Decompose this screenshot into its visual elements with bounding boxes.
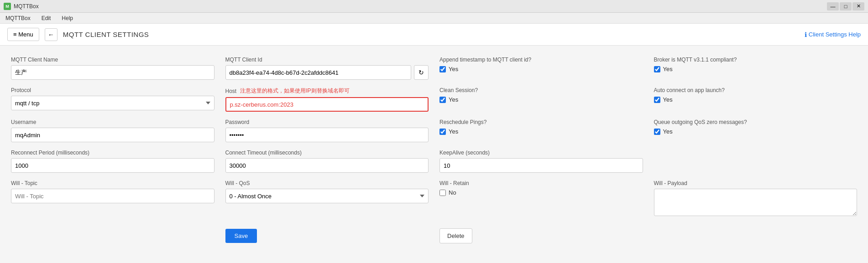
host-input[interactable] — [225, 97, 429, 112]
info-icon: ℹ — [805, 31, 807, 38]
clean-session-checkbox-row: Yes — [439, 96, 643, 103]
auto-connect-label: Auto connect on app launch? — [654, 87, 858, 93]
minimize-button[interactable]: — — [827, 2, 839, 10]
keepalive-label: KeepAlive (seconds) — [439, 150, 643, 156]
protocol-group: Protocol mqtt / tcp ws wss mqtts — [11, 87, 214, 112]
menu-mqttbox[interactable]: MQTTBox — [4, 14, 32, 22]
title-bar-text: MQTTBox — [14, 3, 827, 10]
client-name-group: MQTT Client Name — [11, 57, 214, 80]
broker-compliant-checkbox-row: Yes — [654, 66, 858, 72]
reconnect-period-label: Reconnect Period (milliseconds) — [11, 150, 214, 156]
window-controls: — □ ✕ — [827, 2, 864, 10]
will-retain-checkbox-row: No — [439, 189, 643, 196]
auto-connect-group: Auto connect on app launch? Yes — [654, 87, 858, 112]
client-name-input[interactable] — [11, 65, 214, 80]
menu-button[interactable]: ≡ Menu — [7, 28, 39, 41]
reschedule-pings-checkbox[interactable] — [439, 129, 446, 135]
maximize-button[interactable]: □ — [840, 2, 852, 10]
host-annotation: 注意这里的格式，如果使用IP则替换域名即可 — [240, 87, 349, 95]
username-label: Username — [11, 119, 214, 125]
clean-session-label: Clean Session? — [439, 87, 643, 93]
will-retain-no-label[interactable]: No — [449, 189, 456, 196]
auto-connect-checkbox[interactable] — [654, 97, 660, 103]
client-name-label: MQTT Client Name — [11, 57, 214, 63]
will-retain-group: Will - Retain No — [439, 180, 643, 217]
queue-outgoing-checkbox[interactable] — [654, 129, 660, 135]
delete-button[interactable]: Delete — [439, 228, 472, 243]
menu-bar: MQTTBox Edit Help — [0, 13, 868, 24]
reconnect-period-group: Reconnect Period (milliseconds) — [11, 150, 214, 173]
will-retain-label: Will - Retain — [439, 180, 643, 186]
will-payload-group: Will - Payload — [654, 180, 858, 217]
footer-actions: Save — [225, 228, 429, 243]
broker-compliant-checkbox[interactable] — [654, 66, 660, 72]
connect-timeout-label: Connect Timeout (milliseconds) — [225, 150, 429, 156]
queue-outgoing-label: Queue outgoing QoS zero messages? — [654, 119, 858, 125]
refresh-client-id-button[interactable]: ↻ — [414, 65, 429, 80]
keepalive-group: KeepAlive (seconds) — [439, 150, 643, 173]
protocol-label: Protocol — [11, 87, 214, 93]
main-content: MQTT Client Name MQTT Client Id ↻ Append… — [0, 46, 868, 251]
will-topic-input[interactable] — [11, 189, 214, 203]
empty-col-4 — [654, 150, 858, 173]
host-label: Host — [225, 88, 237, 94]
will-qos-group: Will - QoS 0 - Almost Once 1 - At Least … — [225, 180, 429, 217]
password-label: Password — [225, 119, 429, 125]
queue-outgoing-yes-label[interactable]: Yes — [663, 128, 673, 135]
will-payload-label: Will - Payload — [654, 180, 858, 186]
page-title: MQTT CLIENT SETTINGS — [63, 31, 149, 38]
back-button[interactable]: ← — [45, 28, 58, 41]
will-topic-label: Will - Topic — [11, 180, 214, 186]
will-topic-group: Will - Topic — [11, 180, 214, 217]
connect-timeout-input[interactable] — [225, 158, 429, 173]
will-qos-select[interactable]: 0 - Almost Once 1 - At Least Once 2 - Ex… — [225, 189, 429, 203]
menu-help[interactable]: Help — [60, 14, 75, 22]
will-qos-label: Will - QoS — [225, 180, 429, 186]
will-payload-input[interactable] — [654, 189, 858, 216]
app-icon: M — [4, 3, 11, 10]
reschedule-pings-label: Reschedule Pings? — [439, 119, 643, 125]
username-input[interactable] — [11, 128, 214, 142]
client-id-group: MQTT Client Id ↻ — [225, 57, 429, 80]
menu-edit[interactable]: Edit — [40, 14, 53, 22]
footer-row: Save Delete — [11, 228, 857, 243]
host-label-row: Host 注意这里的格式，如果使用IP则替换域名即可 — [225, 87, 429, 95]
row-3: Username Password Reschedule Pings? Yes … — [11, 119, 857, 150]
client-id-input[interactable] — [225, 65, 412, 80]
row-4: Reconnect Period (milliseconds) Connect … — [11, 150, 857, 180]
queue-outgoing-checkbox-row: Yes — [654, 128, 858, 135]
broker-compliant-label: Broker is MQTT v3.1.1 compliant? — [654, 57, 858, 63]
protocol-select[interactable]: mqtt / tcp ws wss mqtts — [11, 96, 214, 110]
username-group: Username — [11, 119, 214, 142]
append-timestamp-label: Append timestamp to MQTT client id? — [439, 57, 643, 63]
password-group: Password — [225, 119, 429, 142]
will-retain-checkbox[interactable] — [439, 190, 446, 196]
client-id-label: MQTT Client Id — [225, 57, 429, 63]
reschedule-pings-yes-label[interactable]: Yes — [449, 128, 458, 135]
reconnect-period-input[interactable] — [11, 158, 214, 173]
connect-timeout-group: Connect Timeout (milliseconds) — [225, 150, 429, 173]
keepalive-input[interactable] — [439, 158, 643, 173]
broker-compliant-group: Broker is MQTT v3.1.1 compliant? Yes — [654, 57, 858, 80]
append-timestamp-group: Append timestamp to MQTT client id? Yes — [439, 57, 643, 80]
auto-connect-yes-label[interactable]: Yes — [663, 96, 673, 103]
row-2: Protocol mqtt / tcp ws wss mqtts Host 注意… — [11, 87, 857, 119]
close-button[interactable]: ✕ — [852, 2, 864, 10]
append-timestamp-yes-label[interactable]: Yes — [449, 66, 458, 72]
clean-session-checkbox[interactable] — [439, 97, 446, 103]
empty-footer-col — [654, 228, 858, 243]
broker-compliant-yes-label[interactable]: Yes — [663, 66, 673, 72]
row-1: MQTT Client Name MQTT Client Id ↻ Append… — [11, 57, 857, 87]
clean-session-yes-label[interactable]: Yes — [449, 96, 458, 103]
append-timestamp-checkbox[interactable] — [439, 66, 446, 72]
append-timestamp-checkbox-row: Yes — [439, 66, 643, 72]
save-button[interactable]: Save — [225, 229, 257, 243]
help-link[interactable]: ℹ Client Settings Help — [805, 31, 861, 38]
password-input[interactable] — [225, 128, 429, 142]
delete-action: Delete — [439, 228, 643, 243]
auto-connect-checkbox-row: Yes — [654, 96, 858, 103]
clean-session-group: Clean Session? Yes — [439, 87, 643, 112]
queue-outgoing-group: Queue outgoing QoS zero messages? Yes — [654, 119, 858, 142]
help-link-text: Client Settings Help — [809, 31, 861, 38]
client-id-row: ↻ — [225, 65, 429, 80]
